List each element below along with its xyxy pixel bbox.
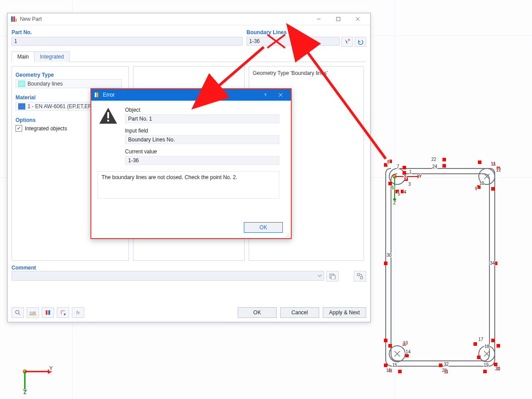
- undo-button[interactable]: [355, 37, 366, 47]
- error-titlebar: Error ?: [91, 89, 291, 101]
- node-11: 11: [490, 161, 496, 166]
- geometry-type-text: Boundary lines: [27, 81, 63, 87]
- tabs: Main Integrated: [12, 51, 366, 62]
- gizmo-z: Z: [23, 389, 27, 395]
- footer-tool-5[interactable]: fx: [72, 307, 84, 318]
- canvas: New Part Part No. Boundary Lines No.: [0, 0, 532, 399]
- geometry-type-label: Geometry Type: [16, 72, 125, 78]
- node-14: 14: [405, 349, 411, 354]
- chevron-down-icon: [317, 274, 322, 278]
- node-8: 8: [387, 160, 390, 164]
- node-30: 30: [386, 253, 392, 258]
- node-6: 6: [391, 185, 395, 190]
- sketch-axis-z: Z: [393, 200, 396, 205]
- footer-tool-3[interactable]: [42, 307, 54, 318]
- svg-rect-2: [16, 19, 17, 22]
- error-close[interactable]: [273, 90, 288, 100]
- comment-browse-button[interactable]: [326, 271, 339, 282]
- node-4: 4: [403, 190, 407, 195]
- svg-rect-65: [491, 339, 495, 342]
- svg-line-13: [19, 313, 20, 315]
- node-15: 15: [392, 363, 398, 368]
- svg-rect-66: [497, 344, 500, 348]
- error-message: The boundary lines are not closed. Check…: [98, 171, 279, 199]
- footer-tool-4[interactable]: [57, 307, 69, 318]
- window-minimize[interactable]: [309, 14, 329, 24]
- warning-icon: [98, 107, 118, 125]
- coordinate-gizmo: Y Z: [17, 364, 57, 397]
- geometry-type-value[interactable]: Boundary lines: [16, 79, 122, 88]
- svg-text:?: ?: [264, 93, 266, 97]
- node-19: 19: [483, 363, 489, 368]
- footer-tool-units[interactable]: 0,00: [27, 307, 39, 318]
- node-24: 24: [432, 164, 438, 169]
- pick-lines-button[interactable]: [341, 37, 353, 47]
- dialog-footer: 0,00 fx OK Cancel Apply & Next: [12, 307, 366, 318]
- app-icon: [94, 92, 100, 98]
- sketch-axis-y: Y: [419, 174, 422, 179]
- svg-rect-9: [331, 275, 335, 279]
- error-input-field-label: Input field: [125, 128, 285, 134]
- svg-point-12: [16, 310, 19, 314]
- boundary-lines-input[interactable]: [246, 37, 340, 46]
- svg-rect-46: [442, 158, 446, 161]
- node-20: 20: [495, 366, 501, 371]
- svg-rect-20: [95, 93, 97, 98]
- error-help[interactable]: ?: [258, 90, 273, 100]
- part-no-label: Part No.: [12, 29, 243, 35]
- comment-label: Comment: [12, 265, 366, 271]
- svg-rect-53: [384, 262, 387, 265]
- titlebar: New Part: [8, 13, 370, 25]
- svg-rect-56: [388, 344, 392, 348]
- svg-rect-15: [29, 314, 36, 315]
- svg-rect-55: [384, 339, 387, 342]
- node-3: 3: [408, 182, 411, 187]
- footer-tool-zoom[interactable]: [12, 307, 24, 318]
- svg-rect-61: [398, 370, 402, 373]
- comment-select[interactable]: [12, 271, 324, 281]
- checkbox-icon: ✓: [16, 125, 22, 132]
- cancel-button[interactable]: Cancel: [280, 307, 319, 318]
- apply-next-button[interactable]: Apply & Next: [323, 307, 366, 318]
- svg-rect-43: [388, 182, 392, 185]
- node-9: 9: [474, 186, 478, 191]
- error-ok-button[interactable]: OK: [244, 222, 283, 233]
- resize-grip-icon[interactable]: [285, 232, 290, 237]
- node-16: 16: [386, 368, 391, 373]
- app-icon: [10, 16, 17, 23]
- svg-rect-67: [477, 356, 481, 359]
- svg-rect-68: [494, 363, 497, 366]
- svg-rect-52: [491, 187, 495, 191]
- node-28: 28: [442, 368, 447, 373]
- material-text: 1 - EN AW-6061 (EP,ET,ER/B): [27, 103, 99, 110]
- node-7: 7: [396, 164, 400, 169]
- svg-rect-25: [107, 112, 109, 118]
- tab-integrated[interactable]: Integrated: [34, 51, 70, 62]
- node-1: 1: [409, 169, 412, 174]
- node-22: 22: [431, 157, 437, 162]
- svg-rect-69: [483, 370, 487, 373]
- part-no-input[interactable]: [12, 37, 243, 46]
- svg-rect-11: [360, 277, 363, 279]
- node-10: 10: [479, 181, 485, 186]
- swatch-icon: [18, 103, 25, 110]
- error-current-value: 1-36: [125, 156, 279, 165]
- comment-action-button[interactable]: [354, 271, 366, 282]
- tab-main[interactable]: Main: [12, 51, 35, 62]
- geometry-sketch: Y Z 1 2 3 4 5 6 7 8 9 10 11 12 13 14 15 …: [378, 151, 511, 381]
- ok-button[interactable]: OK: [238, 307, 277, 318]
- window-maximize[interactable]: [329, 14, 348, 24]
- svg-rect-58: [405, 354, 409, 357]
- svg-rect-10: [357, 274, 360, 276]
- svg-rect-59: [384, 364, 387, 367]
- svg-rect-47: [442, 164, 446, 168]
- window-title: New Part: [20, 16, 309, 22]
- svg-rect-16: [46, 310, 47, 315]
- node-12: 12: [496, 168, 501, 172]
- error-dialog: Error ? Object Part No. 1 Input field Bo…: [90, 88, 292, 239]
- error-title: Error: [103, 92, 258, 98]
- right-panel-title: Geometry Type 'Boundary lines': [253, 70, 360, 76]
- node-13: 13: [403, 340, 408, 345]
- window-close[interactable]: [348, 14, 368, 24]
- svg-rect-4: [336, 17, 340, 21]
